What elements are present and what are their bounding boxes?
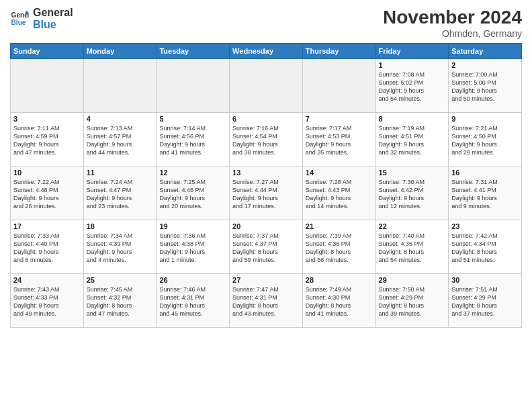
day-number: 17 xyxy=(13,222,81,230)
calendar-cell-4-5: 29Sunrise: 7:50 AM Sunset: 4:29 PM Dayli… xyxy=(375,274,449,328)
calendar-cell-3-3: 20Sunrise: 7:37 AM Sunset: 4:37 PM Dayli… xyxy=(230,220,303,274)
calendar-header-sunday: Sunday xyxy=(11,44,84,59)
day-info: Sunrise: 7:42 AM Sunset: 4:34 PM Dayligh… xyxy=(451,232,519,265)
calendar-cell-0-6: 2Sunrise: 7:09 AM Sunset: 5:00 PM Daylig… xyxy=(449,59,522,113)
calendar-cell-2-0: 10Sunrise: 7:22 AM Sunset: 4:48 PM Dayli… xyxy=(11,167,84,220)
day-number: 14 xyxy=(306,169,373,177)
calendar-cell-3-0: 17Sunrise: 7:33 AM Sunset: 4:40 PM Dayli… xyxy=(11,220,84,274)
logo: General Blue General Blue xyxy=(10,7,73,30)
day-info: Sunrise: 7:08 AM Sunset: 5:02 PM Dayligh… xyxy=(379,71,446,103)
calendar-cell-4-6: 30Sunrise: 7:51 AM Sunset: 4:29 PM Dayli… xyxy=(449,274,522,328)
day-info: Sunrise: 7:33 AM Sunset: 4:40 PM Dayligh… xyxy=(13,232,81,265)
day-info: Sunrise: 7:27 AM Sunset: 4:44 PM Dayligh… xyxy=(232,178,300,211)
day-info: Sunrise: 7:21 AM Sunset: 4:50 PM Dayligh… xyxy=(451,124,519,157)
day-number: 5 xyxy=(159,115,226,123)
day-info: Sunrise: 7:14 AM Sunset: 4:56 PM Dayligh… xyxy=(159,124,226,157)
day-number: 30 xyxy=(451,276,519,284)
day-info: Sunrise: 7:11 AM Sunset: 4:59 PM Dayligh… xyxy=(13,124,81,157)
day-number: 26 xyxy=(159,276,226,284)
logo-blue: Blue xyxy=(33,19,73,31)
calendar-cell-1-6: 9Sunrise: 7:21 AM Sunset: 4:50 PM Daylig… xyxy=(449,113,522,167)
calendar-cell-3-5: 22Sunrise: 7:40 AM Sunset: 4:35 PM Dayli… xyxy=(375,220,449,274)
day-info: Sunrise: 7:36 AM Sunset: 4:38 PM Dayligh… xyxy=(159,232,226,265)
day-info: Sunrise: 7:30 AM Sunset: 4:42 PM Dayligh… xyxy=(379,178,446,211)
day-number: 19 xyxy=(159,222,226,230)
calendar-header-thursday: Thursday xyxy=(302,44,375,59)
day-number: 7 xyxy=(306,115,373,123)
location: Ohmden, Germany xyxy=(383,28,522,39)
calendar-cell-2-5: 15Sunrise: 7:30 AM Sunset: 4:42 PM Dayli… xyxy=(375,167,449,220)
day-info: Sunrise: 7:31 AM Sunset: 4:41 PM Dayligh… xyxy=(451,178,519,211)
day-number: 25 xyxy=(87,276,154,284)
day-info: Sunrise: 7:39 AM Sunset: 4:36 PM Dayligh… xyxy=(306,232,373,265)
day-info: Sunrise: 7:49 AM Sunset: 4:30 PM Dayligh… xyxy=(306,285,373,318)
day-number: 18 xyxy=(87,222,154,230)
calendar-cell-4-3: 27Sunrise: 7:47 AM Sunset: 4:31 PM Dayli… xyxy=(230,274,303,328)
logo-icon: General Blue xyxy=(10,9,29,28)
day-number: 12 xyxy=(159,169,226,177)
title-block: November 2024 Ohmden, Germany xyxy=(383,7,522,39)
day-number: 11 xyxy=(87,169,154,177)
day-number: 16 xyxy=(451,169,519,177)
day-info: Sunrise: 7:17 AM Sunset: 4:53 PM Dayligh… xyxy=(306,124,373,157)
day-number: 8 xyxy=(379,115,446,123)
calendar-cell-3-6: 23Sunrise: 7:42 AM Sunset: 4:34 PM Dayli… xyxy=(449,220,522,274)
calendar-cell-1-1: 4Sunrise: 7:13 AM Sunset: 4:57 PM Daylig… xyxy=(83,113,157,167)
day-number: 27 xyxy=(232,276,300,284)
calendar-cell-4-1: 25Sunrise: 7:45 AM Sunset: 4:32 PM Dayli… xyxy=(83,274,157,328)
day-info: Sunrise: 7:40 AM Sunset: 4:35 PM Dayligh… xyxy=(379,232,446,265)
calendar-week-4: 24Sunrise: 7:43 AM Sunset: 4:33 PM Dayli… xyxy=(11,274,522,328)
day-info: Sunrise: 7:16 AM Sunset: 4:54 PM Dayligh… xyxy=(232,124,300,157)
day-info: Sunrise: 7:37 AM Sunset: 4:37 PM Dayligh… xyxy=(232,232,300,265)
day-info: Sunrise: 7:45 AM Sunset: 4:32 PM Dayligh… xyxy=(87,285,154,318)
calendar-week-1: 3Sunrise: 7:11 AM Sunset: 4:59 PM Daylig… xyxy=(11,113,522,167)
calendar-cell-0-1 xyxy=(83,59,157,113)
day-info: Sunrise: 7:46 AM Sunset: 4:31 PM Dayligh… xyxy=(159,285,226,318)
day-info: Sunrise: 7:09 AM Sunset: 5:00 PM Dayligh… xyxy=(451,71,519,103)
logo-general: General xyxy=(33,7,73,19)
day-info: Sunrise: 7:43 AM Sunset: 4:33 PM Dayligh… xyxy=(13,285,81,318)
day-number: 23 xyxy=(451,222,519,230)
calendar-cell-4-4: 28Sunrise: 7:49 AM Sunset: 4:30 PM Dayli… xyxy=(302,274,375,328)
calendar-header-friday: Friday xyxy=(375,44,449,59)
day-number: 24 xyxy=(13,276,81,284)
day-info: Sunrise: 7:28 AM Sunset: 4:43 PM Dayligh… xyxy=(306,178,373,211)
calendar-cell-2-2: 12Sunrise: 7:25 AM Sunset: 4:46 PM Dayli… xyxy=(157,167,230,220)
calendar: SundayMondayTuesdayWednesdayThursdayFrid… xyxy=(10,43,522,328)
day-number: 2 xyxy=(451,61,519,69)
calendar-cell-2-1: 11Sunrise: 7:24 AM Sunset: 4:47 PM Dayli… xyxy=(83,167,157,220)
calendar-cell-2-3: 13Sunrise: 7:27 AM Sunset: 4:44 PM Dayli… xyxy=(230,167,303,220)
day-info: Sunrise: 7:25 AM Sunset: 4:46 PM Dayligh… xyxy=(159,178,226,211)
day-number: 3 xyxy=(13,115,81,123)
calendar-cell-4-2: 26Sunrise: 7:46 AM Sunset: 4:31 PM Dayli… xyxy=(157,274,230,328)
month-title: November 2024 xyxy=(383,7,522,28)
calendar-header-monday: Monday xyxy=(83,44,157,59)
calendar-week-0: 1Sunrise: 7:08 AM Sunset: 5:02 PM Daylig… xyxy=(11,59,522,113)
day-number: 22 xyxy=(379,222,446,230)
day-number: 28 xyxy=(306,276,373,284)
day-info: Sunrise: 7:13 AM Sunset: 4:57 PM Dayligh… xyxy=(87,124,154,157)
calendar-cell-0-5: 1Sunrise: 7:08 AM Sunset: 5:02 PM Daylig… xyxy=(375,59,449,113)
calendar-cell-1-3: 6Sunrise: 7:16 AM Sunset: 4:54 PM Daylig… xyxy=(230,113,303,167)
svg-text:Blue: Blue xyxy=(11,19,26,26)
calendar-cell-0-3 xyxy=(230,59,303,113)
day-number: 10 xyxy=(13,169,81,177)
day-number: 9 xyxy=(451,115,519,123)
calendar-week-3: 17Sunrise: 7:33 AM Sunset: 4:40 PM Dayli… xyxy=(11,220,522,274)
day-info: Sunrise: 7:22 AM Sunset: 4:48 PM Dayligh… xyxy=(13,178,81,211)
day-number: 15 xyxy=(379,169,446,177)
calendar-cell-2-4: 14Sunrise: 7:28 AM Sunset: 4:43 PM Dayli… xyxy=(302,167,375,220)
calendar-cell-3-4: 21Sunrise: 7:39 AM Sunset: 4:36 PM Dayli… xyxy=(302,220,375,274)
calendar-cell-1-5: 8Sunrise: 7:19 AM Sunset: 4:51 PM Daylig… xyxy=(375,113,449,167)
calendar-cell-0-0 xyxy=(11,59,84,113)
calendar-cell-3-1: 18Sunrise: 7:34 AM Sunset: 4:39 PM Dayli… xyxy=(83,220,157,274)
calendar-cell-1-4: 7Sunrise: 7:17 AM Sunset: 4:53 PM Daylig… xyxy=(302,113,375,167)
day-info: Sunrise: 7:50 AM Sunset: 4:29 PM Dayligh… xyxy=(379,285,446,318)
day-info: Sunrise: 7:24 AM Sunset: 4:47 PM Dayligh… xyxy=(87,178,154,211)
day-number: 29 xyxy=(379,276,446,284)
day-info: Sunrise: 7:19 AM Sunset: 4:51 PM Dayligh… xyxy=(379,124,446,157)
day-number: 1 xyxy=(379,61,446,69)
calendar-header-wednesday: Wednesday xyxy=(230,44,303,59)
day-number: 21 xyxy=(306,222,373,230)
calendar-cell-3-2: 19Sunrise: 7:36 AM Sunset: 4:38 PM Dayli… xyxy=(157,220,230,274)
